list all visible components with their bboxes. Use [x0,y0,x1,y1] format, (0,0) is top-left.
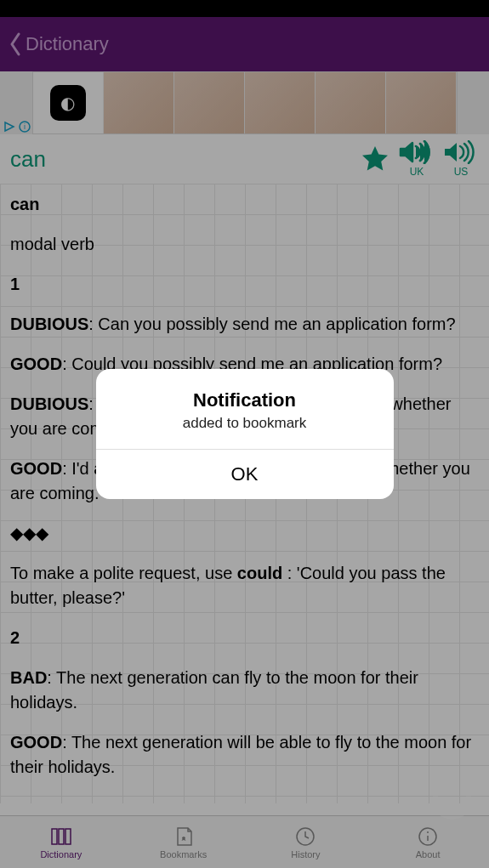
alert-dialog: Notification added to bookmark OK [96,369,394,499]
alert-message: added to bookmark [110,415,380,432]
ok-button[interactable]: OK [96,450,394,499]
modal-overlay: Notification added to bookmark OK [0,0,489,868]
alert-title: Notification [110,389,380,411]
